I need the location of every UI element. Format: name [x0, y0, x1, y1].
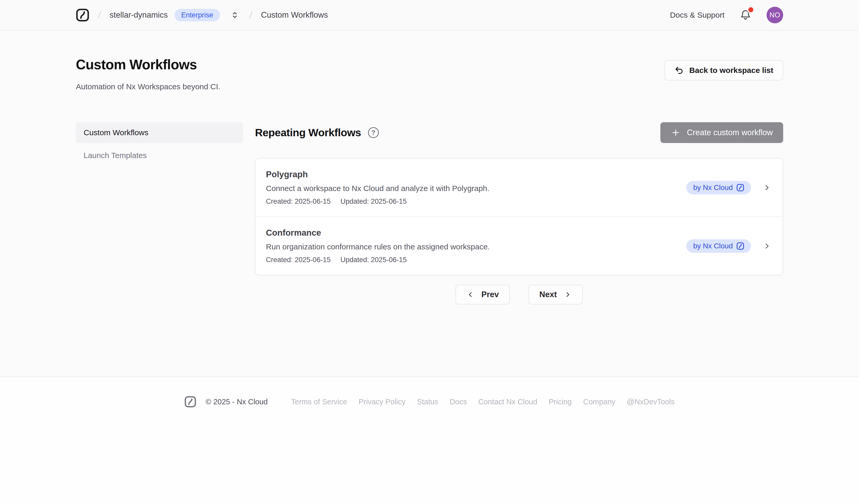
workflows-list-card: Polygraph Connect a workspace to Nx Clou…: [255, 158, 783, 275]
back-to-workspace-list-button[interactable]: Back to workspace list: [664, 60, 783, 80]
create-custom-workflow-button[interactable]: Create custom workflow: [660, 122, 783, 143]
nx-logo-icon: [736, 242, 744, 250]
top-nav-bar: / stellar-dynamics Enterprise / Custom W…: [0, 0, 859, 31]
workflow-name: Conformance: [266, 228, 686, 238]
notifications-bell-icon[interactable]: [740, 9, 752, 21]
pagination: Prev Next: [255, 285, 783, 304]
by-nx-cloud-badge[interactable]: by Nx Cloud: [686, 181, 751, 194]
enterprise-plan-badge: Enterprise: [175, 9, 220, 21]
prev-label: Prev: [481, 290, 499, 299]
footer-link-company[interactable]: Company: [583, 398, 615, 406]
docs-support-link[interactable]: Docs & Support: [670, 11, 724, 19]
breadcrumb-current-page: Custom Workflows: [261, 10, 328, 20]
nx-logo-icon: [736, 184, 744, 192]
footer-links: Terms of Service Privacy Policy Status D…: [291, 398, 675, 406]
plus-icon: [671, 128, 681, 138]
breadcrumb: / stellar-dynamics Enterprise / Custom W…: [76, 8, 328, 22]
footer-link-terms[interactable]: Terms of Service: [291, 398, 347, 406]
workflow-row-polygraph[interactable]: Polygraph Connect a workspace to Nx Clou…: [256, 158, 783, 216]
workflow-description: Connect a workspace to Nx Cloud and anal…: [266, 184, 686, 193]
next-page-button[interactable]: Next: [528, 285, 583, 304]
copyright-text: © 2025 - Nx Cloud: [206, 398, 268, 406]
workflow-updated-date: Updated: 2025-06-15: [341, 256, 407, 264]
breadcrumb-separator: /: [97, 10, 101, 20]
footer-link-pricing[interactable]: Pricing: [549, 398, 572, 406]
footer-link-contact[interactable]: Contact Nx Cloud: [478, 398, 537, 406]
workflow-name: Polygraph: [266, 169, 686, 179]
workflow-description: Run organization conformance rules on th…: [266, 242, 686, 251]
workspace-switcher-icon[interactable]: [229, 9, 241, 21]
breadcrumb-workspace-name[interactable]: stellar-dynamics: [109, 10, 168, 20]
page-title: Custom Workflows: [76, 57, 220, 72]
breadcrumb-separator: /: [249, 10, 253, 20]
badge-label: by Nx Cloud: [693, 242, 733, 250]
workflow-created-date: Created: 2025-06-15: [266, 198, 331, 205]
user-avatar[interactable]: NO: [767, 7, 783, 24]
chevron-left-icon: [466, 291, 474, 299]
nx-cloud-logo-icon[interactable]: [76, 8, 89, 22]
workflow-updated-date: Updated: 2025-06-15: [341, 198, 407, 205]
by-nx-cloud-badge[interactable]: by Nx Cloud: [686, 239, 751, 253]
next-label: Next: [539, 290, 557, 299]
chevron-right-icon: [564, 291, 572, 299]
workflow-created-date: Created: 2025-06-15: [266, 256, 331, 264]
chevron-right-icon[interactable]: [763, 183, 771, 192]
section-title: Repeating Workflows: [255, 127, 361, 139]
footer-link-twitter[interactable]: @NxDevTools: [627, 398, 675, 406]
footer-link-status[interactable]: Status: [417, 398, 438, 406]
prev-page-button[interactable]: Prev: [455, 285, 510, 304]
footer-link-privacy[interactable]: Privacy Policy: [359, 398, 406, 406]
back-button-label: Back to workspace list: [690, 66, 773, 75]
chevron-right-icon[interactable]: [763, 242, 771, 250]
workflow-row-conformance[interactable]: Conformance Run organization conformance…: [256, 216, 783, 275]
badge-label: by Nx Cloud: [693, 183, 733, 192]
page-footer: © 2025 - Nx Cloud Terms of Service Priva…: [0, 377, 859, 503]
create-button-label: Create custom workflow: [687, 128, 773, 137]
section-sidebar: Custom Workflows Launch Templates: [76, 122, 243, 304]
footer-link-docs[interactable]: Docs: [450, 398, 467, 406]
undo-arrow-icon: [674, 66, 684, 75]
page-subtitle: Automation of Nx Workspaces beyond CI.: [76, 82, 220, 91]
notification-dot: [748, 7, 753, 12]
help-circle-icon[interactable]: ?: [368, 127, 379, 138]
nx-cloud-footer-logo-icon: [184, 396, 196, 408]
sidebar-item-custom-workflows[interactable]: Custom Workflows: [76, 122, 243, 143]
sidebar-item-launch-templates[interactable]: Launch Templates: [76, 145, 243, 166]
page-body: Custom Workflows Automation of Nx Worksp…: [0, 31, 859, 377]
